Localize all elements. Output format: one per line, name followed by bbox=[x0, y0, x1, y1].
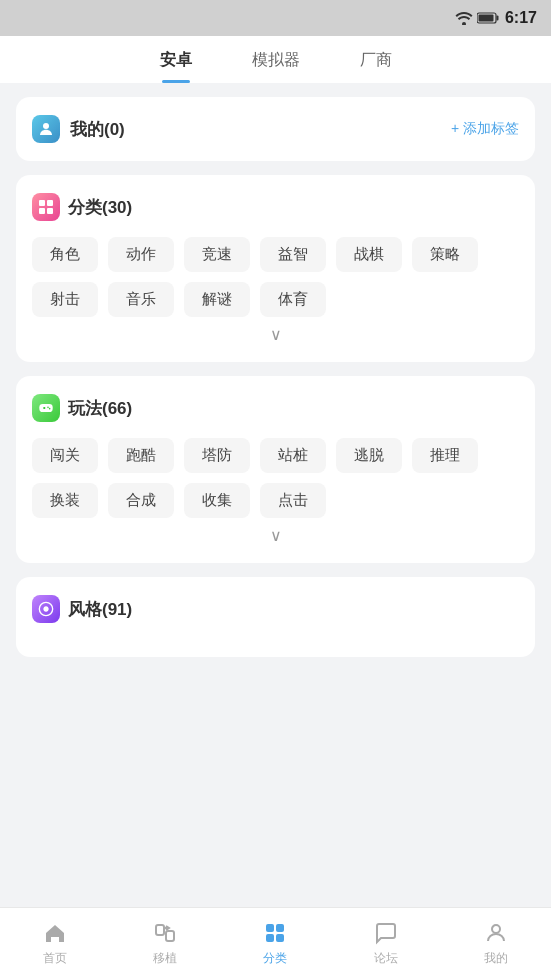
user-icon bbox=[37, 120, 55, 138]
classify-chevron-icon: ∨ bbox=[270, 325, 282, 344]
home-icon bbox=[42, 920, 68, 946]
nav-forum-label: 论坛 bbox=[374, 950, 398, 967]
top-tabs: 安卓 模拟器 厂商 bbox=[0, 36, 551, 83]
svg-rect-9 bbox=[39, 404, 52, 412]
svg-rect-5 bbox=[39, 200, 45, 206]
svg-rect-2 bbox=[496, 16, 498, 21]
battery-icon bbox=[477, 12, 499, 24]
gameplay-section-header: 玩法(66) bbox=[32, 394, 519, 422]
status-icons bbox=[455, 11, 499, 25]
content-area: 我的(0) + 添加标签 分类(30) 角色 动作 竞速 益智 战棋 策略 射击 bbox=[0, 83, 551, 737]
tag-mystery[interactable]: 解谜 bbox=[184, 282, 250, 317]
style-section-card: 风格(91) bbox=[16, 577, 535, 657]
tag-sports[interactable]: 体育 bbox=[260, 282, 326, 317]
svg-rect-16 bbox=[166, 931, 174, 941]
classify-section-icon bbox=[32, 193, 60, 221]
tag-racing[interactable]: 竞速 bbox=[184, 237, 250, 272]
tag-puzzle[interactable]: 益智 bbox=[260, 237, 326, 272]
tag-level[interactable]: 闯关 bbox=[32, 438, 98, 473]
gameplay-expand-button[interactable]: ∨ bbox=[32, 526, 519, 545]
gameplay-tags-grid: 闯关 跑酷 塔防 站桩 逃脱 推理 换装 合成 收集 点击 bbox=[32, 438, 519, 518]
my-section-title: 我的(0) bbox=[70, 118, 125, 141]
svg-rect-20 bbox=[276, 934, 284, 942]
svg-rect-15 bbox=[156, 925, 164, 935]
classify-section-title: 分类(30) bbox=[68, 196, 132, 219]
svg-point-21 bbox=[492, 925, 500, 933]
style-section-icon bbox=[32, 595, 60, 623]
tag-reasoning[interactable]: 推理 bbox=[412, 438, 478, 473]
my-section-left: 我的(0) bbox=[32, 115, 125, 143]
tag-strategy[interactable]: 策略 bbox=[412, 237, 478, 272]
tag-idle[interactable]: 站桩 bbox=[260, 438, 326, 473]
tag-shooting[interactable]: 射击 bbox=[32, 282, 98, 317]
tag-dress[interactable]: 换装 bbox=[32, 483, 98, 518]
my-section-icon bbox=[32, 115, 60, 143]
svg-rect-3 bbox=[478, 15, 493, 22]
svg-point-0 bbox=[462, 22, 466, 25]
classify-svg bbox=[263, 921, 287, 945]
nav-mine-label: 我的 bbox=[484, 950, 508, 967]
nav-mine[interactable]: 我的 bbox=[466, 920, 526, 967]
svg-rect-6 bbox=[47, 200, 53, 206]
wifi-icon bbox=[455, 11, 473, 25]
gameplay-section-card: 玩法(66) 闯关 跑酷 塔防 站桩 逃脱 推理 换装 合成 收集 点击 ∨ bbox=[16, 376, 535, 563]
svg-rect-7 bbox=[39, 208, 45, 214]
nav-migrate-label: 移植 bbox=[153, 950, 177, 967]
nav-home-label: 首页 bbox=[43, 950, 67, 967]
svg-rect-18 bbox=[276, 924, 284, 932]
tag-click[interactable]: 点击 bbox=[260, 483, 326, 518]
tag-music[interactable]: 音乐 bbox=[108, 282, 174, 317]
svg-rect-17 bbox=[266, 924, 274, 932]
svg-point-12 bbox=[47, 407, 49, 409]
add-tag-button[interactable]: + 添加标签 bbox=[451, 120, 519, 138]
gameplay-section-icon bbox=[32, 394, 60, 422]
tag-role[interactable]: 角色 bbox=[32, 237, 98, 272]
tab-emulator[interactable]: 模拟器 bbox=[252, 50, 300, 83]
tag-tower[interactable]: 塔防 bbox=[184, 438, 250, 473]
classify-section-card: 分类(30) 角色 动作 竞速 益智 战棋 策略 射击 音乐 解谜 体育 ∨ bbox=[16, 175, 535, 362]
forum-icon bbox=[373, 920, 399, 946]
migrate-icon bbox=[152, 920, 178, 946]
classify-expand-button[interactable]: ∨ bbox=[32, 325, 519, 344]
tab-android[interactable]: 安卓 bbox=[160, 50, 192, 83]
gamepad-icon bbox=[38, 400, 54, 416]
migrate-svg bbox=[153, 921, 177, 945]
classify-icon bbox=[262, 920, 288, 946]
tag-collect[interactable]: 收集 bbox=[184, 483, 250, 518]
style-icon bbox=[38, 601, 54, 617]
gameplay-chevron-icon: ∨ bbox=[270, 526, 282, 545]
gameplay-section-title: 玩法(66) bbox=[68, 397, 132, 420]
nav-migrate[interactable]: 移植 bbox=[135, 920, 195, 967]
nav-classify[interactable]: 分类 bbox=[245, 920, 305, 967]
tag-parkour[interactable]: 跑酷 bbox=[108, 438, 174, 473]
my-section-card: 我的(0) + 添加标签 bbox=[16, 97, 535, 161]
tab-vendor[interactable]: 厂商 bbox=[360, 50, 392, 83]
nav-classify-label: 分类 bbox=[263, 950, 287, 967]
classify-section-header: 分类(30) bbox=[32, 193, 519, 221]
svg-point-4 bbox=[43, 123, 49, 129]
status-bar: 6:17 bbox=[0, 0, 551, 36]
nav-forum[interactable]: 论坛 bbox=[356, 920, 416, 967]
style-section-title: 风格(91) bbox=[68, 598, 132, 621]
mine-icon bbox=[483, 920, 509, 946]
tag-action[interactable]: 动作 bbox=[108, 237, 174, 272]
status-time: 6:17 bbox=[505, 9, 537, 27]
svg-point-13 bbox=[49, 408, 51, 410]
svg-rect-8 bbox=[47, 208, 53, 214]
mine-svg bbox=[484, 921, 508, 945]
bottom-nav: 首页 移植 分类 论坛 bbox=[0, 907, 551, 979]
svg-rect-19 bbox=[266, 934, 274, 942]
classify-tags-grid: 角色 动作 竞速 益智 战棋 策略 射击 音乐 解谜 体育 bbox=[32, 237, 519, 317]
forum-svg bbox=[374, 921, 398, 945]
style-section-header: 风格(91) bbox=[32, 595, 519, 623]
nav-home[interactable]: 首页 bbox=[25, 920, 85, 967]
tag-merge[interactable]: 合成 bbox=[108, 483, 174, 518]
home-svg bbox=[43, 921, 67, 945]
tag-escape[interactable]: 逃脱 bbox=[336, 438, 402, 473]
tag-chess[interactable]: 战棋 bbox=[336, 237, 402, 272]
grid-icon bbox=[38, 199, 54, 215]
